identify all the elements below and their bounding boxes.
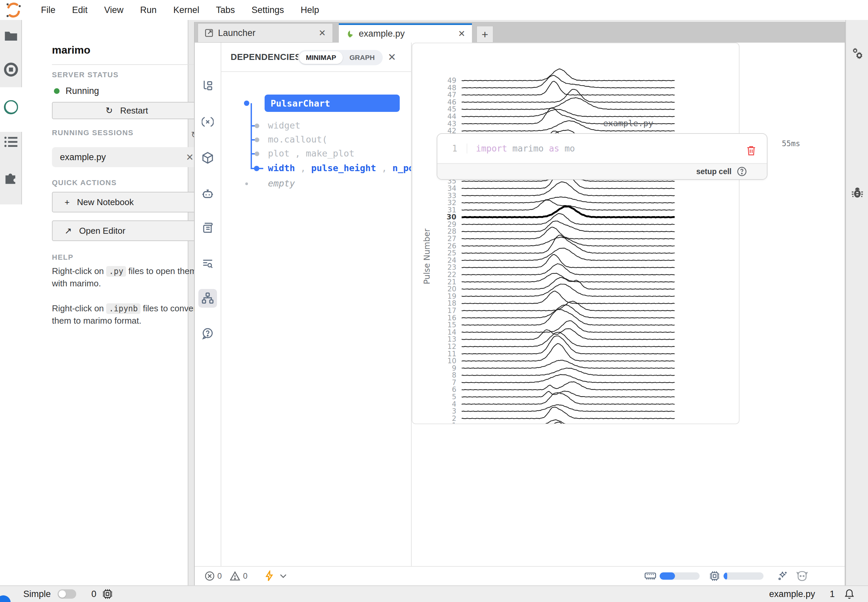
menubar: FileEditViewRunKernelTabsSettingsHelp: [0, 0, 868, 20]
property-inspector-gears-icon[interactable]: [851, 47, 864, 60]
open-editor-button[interactable]: ↗ Open Editor: [52, 220, 202, 241]
external-link-icon: ↗: [64, 226, 72, 236]
dock-status-bar: 0 0: [195, 566, 845, 585]
tree-node[interactable]: plot , make_plot: [268, 148, 354, 158]
warnings-icon[interactable]: [230, 571, 240, 581]
menu-edit[interactable]: Edit: [72, 5, 88, 15]
svg-text:26: 26: [447, 242, 456, 250]
tree-node-selected[interactable]: PulsarChart: [265, 95, 400, 112]
errors-icon[interactable]: [205, 571, 215, 581]
main-dock: Launcher✕example.py✕+: [194, 22, 845, 585]
help-bubble-icon[interactable]: [198, 324, 217, 343]
dependencies-icon[interactable]: [198, 289, 217, 308]
tab-label: Launcher: [218, 28, 319, 38]
app-root: FileEditViewRunKernelTabsSettingsHelp ma…: [0, 0, 868, 602]
scratchpad-icon[interactable]: [198, 218, 217, 237]
simple-mode-toggle[interactable]: [58, 589, 76, 599]
menu-view[interactable]: View: [104, 5, 123, 15]
cpu-icon: [709, 570, 720, 582]
new-tab-button[interactable]: +: [477, 26, 493, 43]
packages-icon[interactable]: [198, 149, 217, 167]
close-session-icon[interactable]: ✕: [186, 152, 194, 163]
close-panel-icon[interactable]: ✕: [388, 51, 396, 63]
tree-node-empty[interactable]: empty: [268, 178, 295, 189]
server-status-heading: SERVER STATUS: [52, 71, 118, 79]
quick-actions-heading: QUICK ACTIONS: [52, 178, 117, 187]
status-dot-icon: [54, 88, 60, 94]
copilot-cat-icon[interactable]: [796, 570, 808, 582]
debugger-bug-icon[interactable]: [851, 186, 864, 200]
variables-icon[interactable]: [198, 112, 217, 131]
marimo-leaf-icon: [345, 30, 354, 38]
svg-text:46: 46: [447, 98, 456, 106]
svg-text:3: 3: [452, 407, 456, 415]
svg-text:27: 27: [447, 235, 456, 243]
svg-text:13: 13: [447, 335, 456, 343]
chevron-down-icon[interactable]: [279, 574, 287, 578]
error-count: 0: [217, 571, 222, 581]
tree-node-variables[interactable]: width , pulse_height , n_poi: [268, 163, 412, 173]
new-notebook-label: New Notebook: [77, 197, 134, 207]
tab-close-icon[interactable]: ✕: [458, 29, 465, 39]
menu-kernel[interactable]: Kernel: [173, 5, 199, 15]
extensions-icon[interactable]: [4, 170, 18, 185]
line-number: 1: [437, 143, 457, 154]
launcher-icon: [205, 29, 213, 37]
notification-count: 1: [830, 589, 835, 599]
active-file-label: example.py: [769, 589, 815, 599]
svg-text:47: 47: [447, 91, 456, 99]
code-line[interactable]: import marimo as mo: [467, 143, 575, 154]
menu-settings[interactable]: Settings: [252, 5, 284, 15]
ai-sparkle-icon[interactable]: [777, 570, 788, 582]
cell-code-row[interactable]: 1 import marimo as mo: [437, 134, 767, 163]
svg-text:28: 28: [447, 227, 456, 235]
bell-icon[interactable]: [844, 588, 855, 600]
file-extension-chip: .ipynb: [106, 303, 140, 314]
tab-close-icon[interactable]: ✕: [319, 28, 326, 38]
marimo-circle-icon[interactable]: [2, 98, 20, 116]
tree-node-dot: [255, 123, 259, 128]
ai-robot-icon[interactable]: [198, 184, 217, 203]
restart-label: Restart: [120, 106, 148, 116]
folder-icon[interactable]: [4, 30, 18, 41]
menu-tabs[interactable]: Tabs: [216, 5, 235, 15]
kernel-chip-icon[interactable]: [102, 588, 113, 600]
menu-run[interactable]: Run: [140, 5, 157, 15]
svg-text:10: 10: [447, 357, 456, 365]
running-sessions-heading: RUNNING SESSIONS: [52, 129, 133, 137]
menu-help[interactable]: Help: [301, 5, 319, 15]
tree-node[interactable]: widget: [268, 120, 301, 131]
running-kernels-icon[interactable]: [4, 63, 18, 77]
delete-cell-trash-icon[interactable]: [746, 145, 756, 156]
run-mode-lightning-icon[interactable]: [264, 570, 274, 582]
code-cell[interactable]: 1 import marimo as mo setup cell: [437, 133, 767, 180]
minimap-graph-toggle: MINIMAPGRAPH: [298, 50, 383, 65]
new-notebook-button[interactable]: + New Notebook: [52, 192, 202, 212]
tab-example-py[interactable]: example.py✕: [339, 23, 472, 43]
toggle-minimap[interactable]: MINIMAP: [299, 51, 343, 64]
table-of-contents-icon[interactable]: [4, 136, 18, 148]
toggle-graph[interactable]: GRAPH: [343, 51, 382, 64]
svg-text:2: 2: [452, 415, 456, 422]
svg-text:5: 5: [452, 393, 456, 401]
activity-bar: [0, 20, 22, 585]
setup-help-icon[interactable]: [737, 166, 747, 177]
file-tree-icon[interactable]: [198, 76, 217, 95]
server-status-value: Running: [66, 86, 99, 96]
session-item[interactable]: example.py ✕: [52, 147, 202, 167]
tree-node[interactable]: mo.callout(: [268, 134, 328, 144]
dependencies-title: DEPENDENCIES: [231, 52, 301, 62]
svg-text:11: 11: [447, 350, 456, 358]
tree-node-dot: [245, 183, 248, 185]
restart-button[interactable]: ↻ Restart: [52, 102, 202, 119]
svg-text:15: 15: [447, 321, 456, 329]
svg-text:24: 24: [447, 256, 456, 264]
help-item: Right-click on .py files to open them wi…: [52, 265, 205, 290]
logs-icon[interactable]: [198, 254, 217, 273]
svg-text:4: 4: [452, 400, 456, 408]
file-extension-chip: .py: [106, 266, 126, 277]
menu-file[interactable]: File: [41, 5, 55, 15]
plus-icon: +: [64, 197, 69, 207]
tab-launcher[interactable]: Launcher✕: [198, 23, 333, 43]
svg-text:29: 29: [447, 220, 456, 229]
